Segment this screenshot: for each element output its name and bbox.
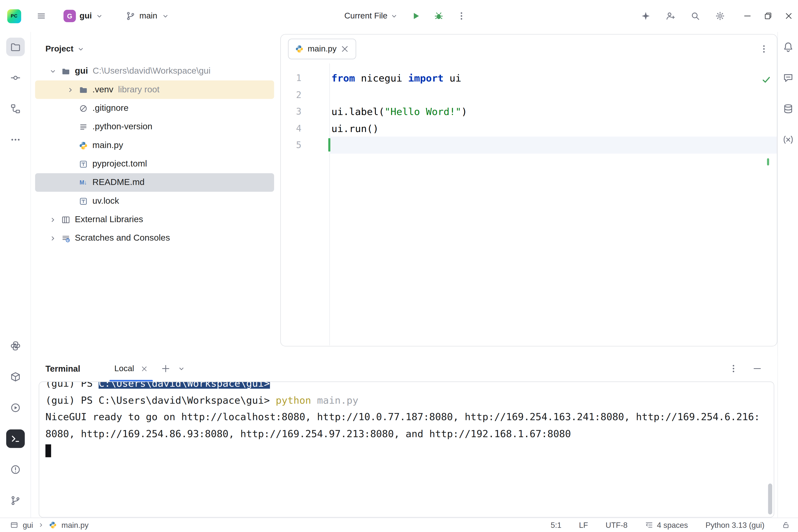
tree-item-label: uv.lock [92,196,119,206]
text-segment: , [69,428,81,439]
project-widget[interactable]: G gui [64,10,103,22]
line-number[interactable]: 1 [281,73,329,83]
branch-widget[interactable]: main [126,11,169,21]
chevron-down-icon[interactable] [390,12,398,20]
tree-item-pyproject.toml[interactable]: pyproject.toml [35,155,274,173]
tree-item-.gitignore[interactable]: .gitignore [35,99,274,117]
hide-terminal-icon[interactable] [752,364,762,374]
line-number[interactable]: 5 [281,140,329,150]
line-separator[interactable]: LF [579,521,588,530]
python-packages-button[interactable] [6,337,24,355]
tree-item-.venv[interactable]: .venvlibrary root [35,80,274,99]
terminal-scrollbar[interactable] [768,483,772,514]
ai-chat-icon [783,73,793,83]
terminal-options-icon[interactable] [729,364,738,374]
x-variables-button[interactable] [779,131,797,149]
chevron-right-icon[interactable] [49,216,57,223]
problems-button[interactable] [6,460,24,479]
close-terminal-tab-icon[interactable] [141,365,147,372]
terminal-output[interactable]: (gui) PS C:\Users\david\Workspace\gui>(g… [39,381,774,518]
terminal-line-1: (gui) PS C:\Users\david\Workspace\gui> p… [46,392,774,408]
breadcrumb-project[interactable]: gui [23,521,33,530]
notifications-bell-button[interactable] [779,38,797,56]
package-button[interactable] [6,367,24,386]
commit-icon [10,73,20,83]
tree-item-label: External Libraries [75,214,143,225]
unlock-icon[interactable] [782,521,790,529]
close-tab-icon[interactable] [341,45,349,53]
project-folder-button[interactable] [6,38,24,56]
terminal-tab-local[interactable]: Local [109,356,152,381]
tab-main-py[interactable]: main.py [288,39,356,59]
left-stripe-bottom [6,337,24,510]
ai-chat-button[interactable] [779,69,797,87]
code-line-2: 2 [281,87,777,103]
pycharm-logo-icon[interactable]: PC [7,9,21,23]
python-interpreter[interactable]: Python 3.13 (gui) [706,521,764,530]
indent-setting[interactable]: 4 spaces [645,521,688,530]
tree-item-main.py[interactable]: main.py [35,136,274,155]
tree-item-README.md[interactable]: M↓README.md [35,173,274,192]
settings-icon[interactable] [715,11,725,21]
new-terminal-icon[interactable] [161,364,170,374]
text-segment: ui.run() [331,123,379,134]
chevron-right-icon[interactable] [66,86,75,93]
tree-item-Scratches-and-Consoles[interactable]: Scratches and Consoles [35,229,274,247]
run-config-selector[interactable]: Current File [344,11,387,21]
textfile-icon [78,122,88,131]
chevron-down-icon[interactable] [49,67,57,75]
run-button[interactable] [411,11,421,21]
text-segment: http://10.0.77.187:8080 [317,411,453,422]
tree-item-label: main.py [92,140,123,151]
project-avatar: G [64,10,76,22]
database-button[interactable] [779,99,797,118]
tree-item-suffix: library root [118,84,160,95]
branch-button[interactable] [6,491,24,510]
editor-options-icon[interactable] [759,44,769,54]
ai-assistant-icon[interactable] [641,11,650,21]
add-user-icon[interactable] [666,11,675,21]
restore-button[interactable] [764,12,772,20]
breadcrumb-file[interactable]: main.py [61,521,89,530]
cursor-position[interactable]: 5:1 [551,521,562,530]
line-number[interactable]: 4 [281,123,329,133]
problems-icon [10,464,20,475]
code-line-text: ui.label("Hello Word!") [329,103,777,120]
tree-item-label: README.md [92,177,145,188]
text-segment: http://localhost:8080 [181,411,305,422]
commit-button[interactable] [6,69,24,87]
line-number[interactable]: 2 [281,90,329,100]
tree-item-gui[interactable]: guiC:\Users\david\Workspace\gui [35,62,274,80]
text-segment: , and [394,428,429,439]
search-icon[interactable] [690,11,700,21]
tree-item-External-Libraries[interactable]: External Libraries [35,210,274,229]
titlebar-actions [641,11,725,21]
services-button[interactable] [6,399,24,417]
tree-item-uv.lock[interactable]: uv.lock [35,192,274,210]
inspections-ok-icon[interactable] [761,75,771,84]
text-segment: C:\Users\david\Workspace\gui> [98,381,270,389]
close-button[interactable] [785,12,793,20]
code-editor[interactable]: 1from nicegui import ui23ui.label("Hello… [281,63,777,153]
file-encoding[interactable]: UTF-8 [605,521,628,530]
project-panel-header[interactable]: Project [31,32,280,62]
breadcrumb: gui main.py [10,521,89,530]
more-run-actions-icon[interactable] [457,11,466,21]
terminal-button[interactable] [6,429,24,448]
debug-button[interactable] [434,11,443,21]
chevron-right-icon[interactable] [49,234,57,242]
code-line-4: 4ui.run() [281,120,777,137]
branch-name: main [139,11,157,21]
more-icon [10,134,20,145]
structure-button[interactable] [6,99,24,118]
more-button[interactable] [6,131,24,149]
terminal-line-0: (gui) PS C:\Users\david\Workspace\gui> [46,381,774,392]
tree-item-.python-version[interactable]: .python-version [35,117,274,136]
minimize-button[interactable] [743,12,752,20]
terminal-dropdown-icon[interactable] [178,365,185,373]
text-segment: from [331,72,355,84]
main-menu-icon[interactable] [37,11,46,21]
terminal-title: Terminal [46,364,80,374]
chevron-right-icon [38,522,44,528]
line-number[interactable]: 3 [281,107,329,117]
